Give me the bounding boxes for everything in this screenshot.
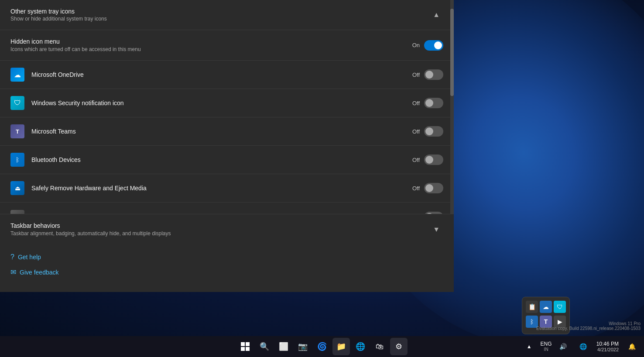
- clock-time: 10:46 PM: [596, 341, 619, 347]
- tray-cloud-icon[interactable]: ☁: [540, 301, 552, 313]
- taskbar-center: 🔍 ⬜ 📷 🌀 📁 🌐 🛍 ⚙: [236, 338, 408, 355]
- svg-rect-2: [241, 347, 245, 351]
- taskbar-right: ▲ ENG IN 🔊 🌐 10:46 PM 4/21/2022 🔔: [521, 338, 644, 355]
- teams-toggle-area: Off: [412, 126, 443, 137]
- language-sub: IN: [541, 347, 552, 352]
- search-button[interactable]: 🔍: [256, 338, 273, 355]
- section-header-subtitle: Show or hide additional system tray icon…: [10, 16, 107, 22]
- security-state: Off: [412, 100, 420, 106]
- get-help-link[interactable]: ? Get help: [10, 253, 443, 261]
- onedrive-row: ☁ Microsoft OneDrive Off: [0, 61, 454, 89]
- clock-date: 4/21/2022: [596, 347, 619, 352]
- feedback-icon: ✉: [10, 268, 16, 276]
- language-main: ENG: [541, 341, 552, 347]
- win11-watermark: Windows 11 Pro Evaluation copy. Build 22…: [536, 321, 641, 331]
- volume-button[interactable]: 🔊: [555, 338, 572, 355]
- eject-toggle-area: Off: [412, 183, 443, 193]
- behaviors-expand-button[interactable]: ▼: [429, 224, 443, 235]
- onedrive-toggle[interactable]: [424, 69, 443, 80]
- section-header: Other system tray icons Show or hide add…: [0, 0, 454, 30]
- tray-copy-icon[interactable]: 📋: [526, 301, 538, 313]
- section-header-title: Other system tray icons: [10, 8, 107, 15]
- teams-state: Off: [412, 128, 420, 135]
- scrollbar-thumb[interactable]: [450, 9, 454, 96]
- teams-toggle[interactable]: [424, 126, 443, 137]
- behaviors-title: Taskbar behaviors: [10, 222, 171, 229]
- hidden-icon-menu-subtitle: Icons which are turned off can be access…: [10, 46, 141, 52]
- help-icon: ?: [10, 253, 14, 261]
- widgets-button[interactable]: 🌀: [313, 338, 331, 355]
- svg-rect-3: [246, 347, 250, 351]
- store-button[interactable]: 🛍: [371, 338, 388, 355]
- taskbar: 🔍 ⬜ 📷 🌀 📁 🌐 🛍 ⚙ ▲ ENG IN 🔊 🌐 10:46: [0, 336, 644, 357]
- eject-icon: ⏏: [10, 181, 24, 195]
- tray-items-list: ☁ Microsoft OneDrive Off 🛡 Windows Secur…: [0, 61, 454, 231]
- footer-links: ? Get help ✉ Give feedback: [0, 244, 454, 292]
- notifications-button[interactable]: 🔔: [623, 338, 641, 355]
- bluetooth-label: Bluetooth Devices: [31, 156, 412, 163]
- eject-state: Off: [412, 185, 420, 192]
- network-button[interactable]: 🌐: [575, 338, 592, 355]
- time-date-area[interactable]: 10:46 PM 4/21/2022: [595, 341, 620, 352]
- bluetooth-state: Off: [412, 157, 420, 163]
- eject-row: ⏏ Safely Remove Hardware and Eject Media…: [0, 174, 454, 203]
- taskbar-behaviors-section: Taskbar behaviors Taskbar alignment, bad…: [0, 214, 454, 244]
- bluetooth-icon: ᛒ: [10, 153, 24, 167]
- hidden-icon-menu-title: Hidden icon menu: [10, 38, 141, 45]
- teams-label: Microsoft Teams: [31, 128, 412, 135]
- onedrive-toggle-area: Off: [412, 69, 443, 80]
- tray-expand-button[interactable]: ▲: [521, 338, 538, 355]
- security-icon: 🛡: [10, 96, 24, 110]
- teams-icon: T: [10, 124, 24, 138]
- hidden-icon-menu-state: On: [412, 42, 420, 48]
- security-row: 🛡 Windows Security notification icon Off: [0, 89, 454, 117]
- file-explorer-button[interactable]: 📁: [332, 338, 350, 355]
- eject-label: Safely Remove Hardware and Eject Media: [31, 185, 412, 192]
- bluetooth-toggle-area: Off: [412, 154, 443, 165]
- win11-build: Evaluation copy. Build 22598.ni_release.…: [536, 326, 641, 331]
- start-button[interactable]: [236, 338, 254, 355]
- section-header-text: Other system tray icons Show or hide add…: [10, 8, 107, 22]
- hidden-icon-menu-toggle[interactable]: [424, 40, 443, 51]
- onedrive-state: Off: [412, 72, 420, 78]
- security-toggle-area: Off: [412, 98, 443, 108]
- give-feedback-label: Give feedback: [20, 269, 59, 276]
- taskbar-behaviors-row[interactable]: Taskbar behaviors Taskbar alignment, bad…: [0, 214, 454, 244]
- tray-shield-icon[interactable]: 🛡: [554, 301, 566, 313]
- meetnow-button[interactable]: 📷: [294, 338, 312, 355]
- security-label: Windows Security notification icon: [31, 100, 412, 106]
- onedrive-icon: ☁: [10, 68, 24, 82]
- taskview-button[interactable]: ⬜: [275, 338, 292, 355]
- teams-row: T Microsoft Teams Off: [0, 117, 454, 146]
- security-toggle[interactable]: [424, 98, 443, 108]
- edge-button[interactable]: 🌐: [352, 338, 369, 355]
- svg-rect-1: [246, 342, 250, 346]
- hidden-icon-menu-row: Hidden icon menu Icons which are turned …: [0, 30, 454, 61]
- eject-toggle[interactable]: [424, 183, 443, 193]
- hidden-icon-menu-toggle-area: On: [412, 40, 443, 51]
- get-help-label: Get help: [18, 254, 41, 261]
- give-feedback-link[interactable]: ✉ Give feedback: [10, 268, 443, 276]
- win11-edition: Windows 11 Pro: [536, 321, 641, 326]
- settings-taskbar-button[interactable]: ⚙: [390, 338, 408, 355]
- bluetooth-row: ᛒ Bluetooth Devices Off: [0, 146, 454, 174]
- section-collapse-button[interactable]: ▲: [429, 9, 443, 21]
- svg-rect-0: [241, 342, 245, 346]
- behaviors-subtitle: Taskbar alignment, badging, automaticall…: [10, 230, 171, 237]
- bluetooth-toggle[interactable]: [424, 154, 443, 165]
- lang-icon[interactable]: ENG IN: [541, 341, 552, 352]
- onedrive-label: Microsoft OneDrive: [31, 71, 412, 78]
- tray-popup-row-1: 📋 ☁ 🛡: [526, 301, 566, 313]
